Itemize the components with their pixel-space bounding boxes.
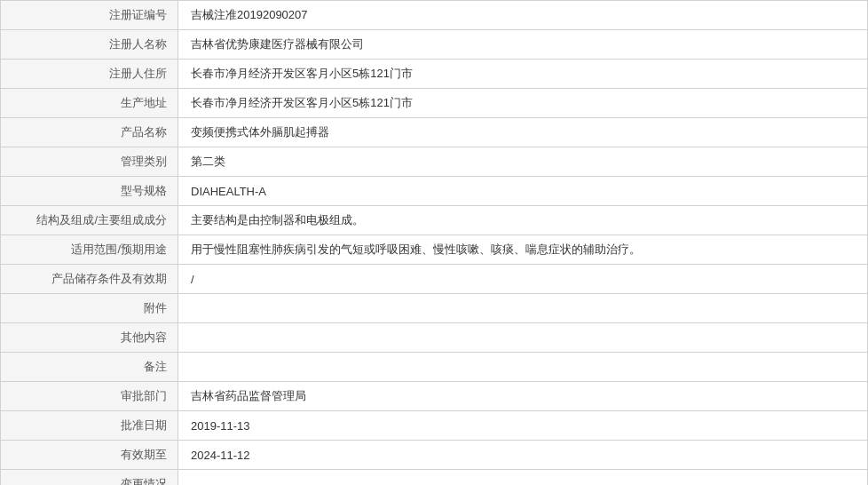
table-row: 结构及组成/主要组成成分主要结构是由控制器和电极组成。 — [1, 206, 868, 235]
table-row: 备注 — [1, 353, 868, 382]
table-row: 型号规格DIAHEALTH-A — [1, 177, 868, 206]
row-label-16: 变更情况 — [1, 470, 178, 486]
row-label-9: 产品储存条件及有效期 — [1, 265, 178, 294]
table-row: 产品储存条件及有效期/ — [1, 265, 868, 294]
row-value-9: / — [178, 265, 868, 294]
row-label-14: 批准日期 — [1, 411, 178, 441]
row-value-2: 长春市净月经济开发区客月小区5栋121门市 — [178, 60, 868, 89]
table-row: 产品名称变频便携式体外膈肌起搏器 — [1, 118, 868, 147]
row-value-15: 2024-11-12 — [178, 441, 868, 470]
row-value-7: 主要结构是由控制器和电极组成。 — [178, 206, 868, 235]
row-value-8: 用于慢性阻塞性肺疾病引发的气短或呼吸困难、慢性咳嗽、咳痰、喘息症状的辅助治疗。 — [178, 235, 868, 265]
row-value-1: 吉林省优势康建医疗器械有限公司 — [178, 30, 868, 60]
info-table: 注册证编号吉械注准20192090207注册人名称吉林省优势康建医疗器械有限公司… — [0, 0, 868, 485]
row-value-0: 吉械注准20192090207 — [178, 1, 868, 30]
row-value-5: 第二类 — [178, 147, 868, 177]
row-label-15: 有效期至 — [1, 441, 178, 470]
table-row: 其他内容 — [1, 323, 868, 353]
row-label-5: 管理类别 — [1, 147, 178, 177]
table-row: 附件 — [1, 294, 868, 323]
row-label-4: 产品名称 — [1, 118, 178, 147]
row-label-1: 注册人名称 — [1, 30, 178, 60]
row-label-6: 型号规格 — [1, 177, 178, 206]
row-value-11 — [178, 323, 868, 353]
table-row: 注册人名称吉林省优势康建医疗器械有限公司 — [1, 30, 868, 60]
table-row: 注册证编号吉械注准20192090207 — [1, 1, 868, 30]
row-label-11: 其他内容 — [1, 323, 178, 353]
row-value-14: 2019-11-13 — [178, 411, 868, 441]
row-label-8: 适用范围/预期用途 — [1, 235, 178, 265]
row-value-3: 长春市净月经济开发区客月小区5栋121门市 — [178, 89, 868, 118]
row-value-10 — [178, 294, 868, 323]
row-value-12 — [178, 353, 868, 382]
row-label-10: 附件 — [1, 294, 178, 323]
row-value-4: 变频便携式体外膈肌起搏器 — [178, 118, 868, 147]
table-row: 批准日期2019-11-13 — [1, 411, 868, 441]
row-label-13: 审批部门 — [1, 382, 178, 411]
table-row: 适用范围/预期用途用于慢性阻塞性肺疾病引发的气短或呼吸困难、慢性咳嗽、咳痰、喘息… — [1, 235, 868, 265]
row-value-13: 吉林省药品监督管理局 — [178, 382, 868, 411]
table-row: 变更情况 — [1, 470, 868, 486]
row-label-3: 生产地址 — [1, 89, 178, 118]
row-label-0: 注册证编号 — [1, 1, 178, 30]
row-label-12: 备注 — [1, 353, 178, 382]
table-row: 审批部门吉林省药品监督管理局 — [1, 382, 868, 411]
row-value-6: DIAHEALTH-A — [178, 177, 868, 206]
row-value-16 — [178, 470, 868, 486]
table-row: 生产地址长春市净月经济开发区客月小区5栋121门市 — [1, 89, 868, 118]
table-row: 注册人住所长春市净月经济开发区客月小区5栋121门市 — [1, 60, 868, 89]
row-label-2: 注册人住所 — [1, 60, 178, 89]
table-row: 管理类别第二类 — [1, 147, 868, 177]
table-row: 有效期至2024-11-12 — [1, 441, 868, 470]
row-label-7: 结构及组成/主要组成成分 — [1, 206, 178, 235]
